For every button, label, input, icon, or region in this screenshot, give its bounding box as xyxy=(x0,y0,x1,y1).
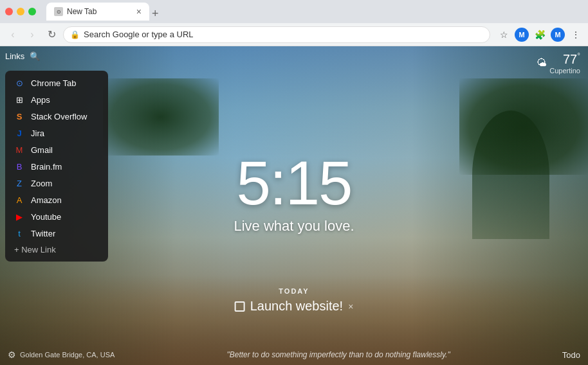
menu-item-brainfm[interactable]: B Brain.fm xyxy=(5,158,108,175)
maximize-button[interactable] xyxy=(28,8,36,15)
youtube-icon: ▶ xyxy=(14,211,24,222)
time-display: 5:15 Live what you love. xyxy=(234,152,354,235)
back-button[interactable]: ‹ xyxy=(5,27,21,42)
close-button[interactable] xyxy=(5,8,13,15)
settings-icon[interactable]: ⚙ xyxy=(8,350,16,360)
menu-item-amazon[interactable]: A Amazon xyxy=(5,191,108,208)
secure-icon: 🔒 xyxy=(70,30,80,39)
todo-button[interactable]: Todo xyxy=(562,350,580,360)
weather-temperature: 77° xyxy=(563,51,580,67)
links-dropdown: ⊙ Chrome Tab ⊞ Apps S Stack Overflow J J… xyxy=(5,71,108,262)
todo-close-icon[interactable]: × xyxy=(348,301,353,312)
todo-section: TODAY Launch website! × xyxy=(235,287,354,314)
bottom-bar: ⚙ Golden Gate Bridge, CA, USA "Better to… xyxy=(0,350,588,360)
main-content: Links 🔍 ⊙ Chrome Tab ⊞ Apps S Stack Over… xyxy=(0,46,588,365)
weather-location: Cupertino xyxy=(549,67,580,75)
traffic-lights xyxy=(5,8,36,15)
menu-item-youtube[interactable]: ▶ Youtube xyxy=(5,208,108,225)
menu-item-chrome-tab[interactable]: ⊙ Chrome Tab xyxy=(5,75,108,91)
menu-item-twitter[interactable]: t Twitter xyxy=(5,225,108,242)
bottom-left: ⚙ Golden Gate Bridge, CA, USA xyxy=(8,350,115,360)
weather-info: 77° Cupertino xyxy=(549,51,580,75)
menu-item-zoom[interactable]: Z Zoom xyxy=(5,175,108,191)
address-bar: ‹ › ↻ 🔒 Search Google or type a URL ☆ M … xyxy=(0,23,588,46)
todo-item: Launch website! × xyxy=(235,299,354,314)
menu-item-jira[interactable]: J Jira xyxy=(5,125,108,141)
browser-frame: ⊙ New Tab × + ‹ › ↻ 🔒 Search Google or t… xyxy=(0,0,588,365)
weather-widget: 🌤 77° Cupertino xyxy=(537,51,580,75)
bookmark-icon[interactable]: ☆ xyxy=(497,28,511,42)
links-bar: Links 🔍 ⊙ Chrome Tab ⊞ Apps S Stack Over… xyxy=(5,51,40,61)
clock-quote: Live what you love. xyxy=(234,218,354,235)
stackoverflow-icon: S xyxy=(14,111,24,121)
title-bar: ⊙ New Tab × + xyxy=(0,0,588,23)
tab-title: New Tab xyxy=(67,7,133,16)
minimize-button[interactable] xyxy=(17,8,24,15)
brainfm-icon: B xyxy=(14,161,24,172)
links-label[interactable]: Links xyxy=(5,51,24,61)
location-text: Golden Gate Bridge, CA, USA xyxy=(20,351,115,359)
tab-bar: ⊙ New Tab × + xyxy=(46,3,159,21)
profile-avatar[interactable]: M xyxy=(551,28,565,42)
address-text: Search Google or type a URL xyxy=(84,30,483,39)
todo-text: Launch website! xyxy=(250,299,344,314)
address-input-wrap[interactable]: 🔒 Search Google or type a URL xyxy=(63,26,490,43)
links-search-icon[interactable]: 🔍 xyxy=(30,51,40,61)
tab-new-tab[interactable]: ⊙ New Tab × xyxy=(46,3,149,21)
reload-button[interactable]: ↻ xyxy=(44,27,59,42)
zoom-icon: Z xyxy=(14,178,24,188)
menu-item-apps[interactable]: ⊞ Apps xyxy=(5,91,108,108)
jira-icon: J xyxy=(14,128,24,138)
tab-close-icon[interactable]: × xyxy=(136,6,142,17)
bottom-quote: "Better to do something imperfectly than… xyxy=(115,350,562,359)
todo-label: TODAY xyxy=(235,287,354,295)
new-tab-button[interactable]: + xyxy=(152,7,159,21)
todo-checkbox[interactable] xyxy=(235,301,245,312)
menu-item-stackoverflow[interactable]: S Stack Overflow xyxy=(5,108,108,125)
menu-item-new-link[interactable]: + New Link xyxy=(5,242,108,258)
twitter-icon: t xyxy=(14,228,24,238)
puzzle-icon[interactable]: 🧩 xyxy=(533,28,547,42)
menu-icon[interactable]: ⋮ xyxy=(569,28,583,42)
clock-time: 5:15 xyxy=(234,152,354,214)
menu-item-gmail[interactable]: M Gmail xyxy=(5,141,108,158)
right-icons: ☆ M 🧩 M ⋮ xyxy=(497,28,583,42)
amazon-icon: A xyxy=(14,195,24,205)
tab-favicon: ⊙ xyxy=(54,7,63,16)
weather-icon: 🌤 xyxy=(537,57,547,69)
apps-icon: ⊞ xyxy=(14,94,24,105)
extension-icon[interactable]: M xyxy=(515,28,529,42)
gmail-icon: M xyxy=(14,145,24,155)
chrome-tab-icon: ⊙ xyxy=(14,78,24,88)
forward-button[interactable]: › xyxy=(24,27,40,42)
